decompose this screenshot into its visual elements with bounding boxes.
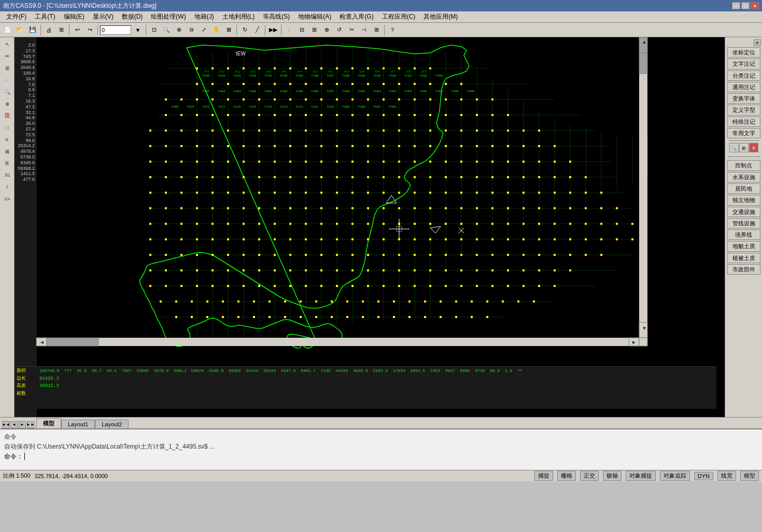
tb-redo[interactable]: ↪ (84, 24, 95, 36)
tb-arc[interactable]: ↻ (239, 24, 250, 36)
tab-layout2[interactable]: Layout2 (95, 420, 129, 428)
tb-trim[interactable]: ✂ (346, 24, 357, 36)
menu-file[interactable]: 文件(F) (2, 11, 31, 22)
rp-special-annotation[interactable]: 特殊注记 (727, 117, 760, 127)
tab-layout1[interactable]: Layout1 (61, 420, 95, 428)
close-button[interactable]: ✕ (751, 2, 759, 9)
lt-annotation[interactable]: 注 (1, 110, 13, 121)
rp-coord-locate[interactable]: 坐标定位 (727, 47, 760, 57)
layer-input[interactable] (100, 25, 131, 35)
tb-zoom-out[interactable]: ⊖ (186, 24, 197, 36)
rp-change-font[interactable]: 变换字体 (727, 93, 760, 104)
minimize-button[interactable]: ─ (732, 2, 740, 9)
tb-zoom-all[interactable]: ⤢ (198, 24, 209, 36)
sb-lineweight[interactable]: 线宽 (717, 471, 736, 481)
rp-control-point[interactable]: 控制点 (727, 160, 760, 170)
nav-first[interactable]: ◄◄ (2, 421, 9, 428)
tb-zoom-in[interactable]: ⊕ (173, 24, 185, 36)
sb-model[interactable]: 模型 (740, 471, 759, 481)
menu-cadastral[interactable]: 地籍(J) (190, 11, 218, 22)
lt-more[interactable]: >> (1, 193, 13, 205)
tb-preview[interactable]: ⊞ (55, 24, 67, 36)
tb-copy[interactable]: ⊕ (321, 24, 332, 36)
tb-mirror[interactable]: ⊟ (296, 24, 307, 36)
rp-text-annotation[interactable]: 文字注记 (727, 59, 760, 69)
nav-prev[interactable]: ◄ (10, 421, 18, 428)
tb-move[interactable]: ⊞ (308, 24, 320, 36)
rp-define-font[interactable]: 定义字型 (727, 105, 760, 115)
rp-common-text[interactable]: 常用文字 (727, 128, 760, 138)
rp-standalone-object[interactable]: 独立地物 (727, 195, 760, 205)
lt-rectangle[interactable]: □ (1, 122, 13, 133)
tb-zoom-win[interactable]: 🔍 (161, 24, 172, 36)
menu-other[interactable]: 其他应用(M) (419, 11, 462, 22)
sb-snap[interactable]: 捕捉 (534, 471, 553, 481)
tb-rotate[interactable]: ↺ (333, 24, 345, 36)
lt-tool[interactable]: ⋯ (1, 74, 13, 85)
rp-municipal[interactable]: 市政部件 (727, 264, 760, 275)
lt-linetype[interactable]: ≡ (1, 134, 13, 145)
lt-edit-block[interactable]: ⊠ (1, 146, 13, 157)
tb-point[interactable]: · (284, 24, 295, 36)
rp-boundary[interactable]: 境界线 (727, 229, 760, 240)
lt-elevation[interactable]: .91 (1, 169, 13, 181)
menu-draw[interactable]: 绘图处理(W) (147, 11, 190, 22)
rp-landform[interactable]: 地貌土质 (727, 241, 760, 251)
menu-edit[interactable]: 编辑(E) (60, 11, 89, 22)
tb-extend[interactable]: ⊣ (358, 24, 370, 36)
cad-drawing[interactable]: TH45 TH44 TH43 TH42 TH41 TH40 TH39 TH38 … (36, 37, 716, 409)
tb-print[interactable]: 🖨 (43, 24, 54, 36)
menu-data[interactable]: 数据(D) (118, 11, 147, 22)
nav-next[interactable]: ► (19, 421, 26, 428)
rp-vegetation[interactable]: 植被土质 (727, 253, 760, 263)
svg-rect-91 (289, 98, 291, 100)
tb-new[interactable]: 📄 (2, 24, 13, 36)
tb-save[interactable]: 💾 (27, 24, 38, 36)
tb-help[interactable]: ? (387, 24, 398, 36)
sb-ortho[interactable]: 正交 (580, 471, 599, 481)
menu-contour[interactable]: 等高线(S) (259, 11, 294, 22)
sb-polar[interactable]: 极轴 (603, 471, 622, 481)
rp-residential[interactable]: 居民地 (727, 183, 760, 194)
rp-icon-close[interactable]: ✕ (749, 143, 758, 152)
sb-dyn[interactable]: DYN (694, 472, 713, 480)
lt-select[interactable]: ↖ (1, 38, 13, 50)
rp-icon2[interactable]: ⊞ (739, 143, 749, 152)
menu-object-edit[interactable]: 地物编辑(A) (294, 11, 335, 22)
tb-realtime[interactable]: ⊠ (223, 24, 234, 36)
lt-coord[interactable]: 坐 (1, 157, 13, 169)
sb-osnap[interactable]: 对象捕捉 (626, 471, 656, 481)
nav-last[interactable]: ►► (27, 421, 34, 428)
sb-grid[interactable]: 栅格 (557, 471, 576, 481)
tb-pan[interactable]: ✋ (210, 24, 222, 36)
lt-zoom-in[interactable]: ⊕ (1, 98, 13, 109)
menu-tools[interactable]: 工具(T) (31, 11, 59, 22)
tb-open[interactable]: 📂 (15, 24, 26, 36)
cmd-cursor[interactable] (24, 453, 25, 460)
tb-layer[interactable]: ▼ (132, 24, 144, 36)
rp-traffic[interactable]: 交通设施 (727, 207, 760, 217)
canvas-area[interactable]: 2.0 17.3 743.7 3608.5 2649.4 109.4 16.8 … (15, 37, 725, 417)
rp-classify-annotation[interactable]: 分类注记 (727, 70, 760, 81)
sb-otrack[interactable]: 对象追踪 (660, 471, 690, 481)
tab-model[interactable]: 模型 (36, 418, 61, 428)
tb-undo[interactable]: ↩ (72, 24, 83, 36)
tb-snap[interactable]: ⊡ (148, 24, 160, 36)
menu-engineering[interactable]: 工程应用(C) (378, 11, 420, 22)
maximize-button[interactable]: □ (741, 2, 750, 9)
rp-water-system[interactable]: 水系设施 (727, 172, 760, 182)
tb-offset[interactable]: ⊞ (371, 24, 382, 36)
rp-close-btn[interactable]: ✕ (754, 39, 761, 46)
rp-common-annotation[interactable]: 通用注记 (727, 82, 760, 92)
menu-landuse[interactable]: 土地利用(L) (218, 11, 259, 22)
rp-pipeline[interactable]: 管线设施 (727, 218, 760, 228)
lt-snap[interactable]: ⊞ (1, 62, 13, 74)
lt-line[interactable]: / (1, 181, 13, 193)
menu-view[interactable]: 显示(V) (89, 11, 118, 22)
rp-icon1[interactable]: 🔍 (729, 143, 739, 152)
tb-toolbar-toggle[interactable]: ▶▶ (267, 24, 279, 36)
lt-zoom[interactable]: 🔍 (1, 86, 13, 97)
tb-line[interactable]: ╱ (251, 24, 263, 36)
lt-draw[interactable]: ✏ (1, 50, 13, 62)
menu-check[interactable]: 检查入库(G) (335, 11, 377, 22)
